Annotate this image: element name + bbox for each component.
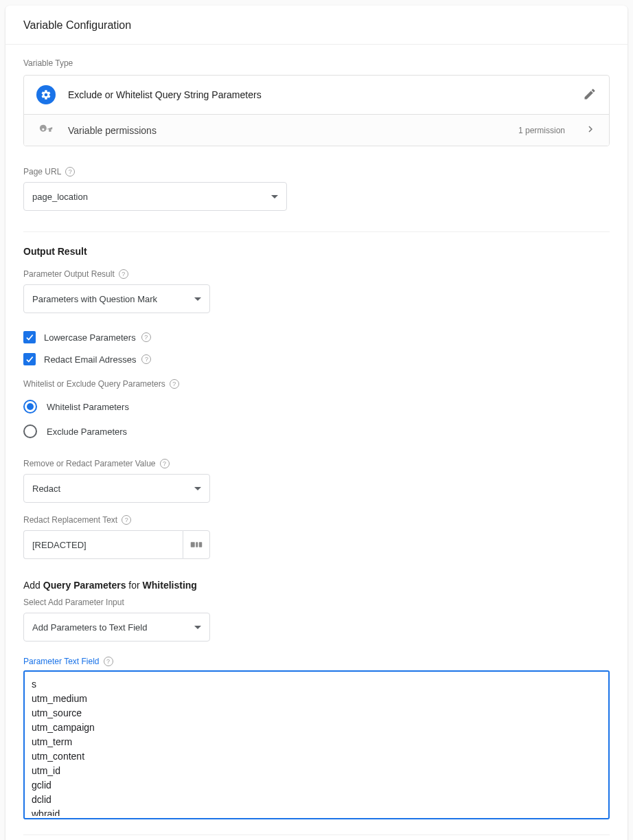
select-add-input-label: Select Add Parameter Input bbox=[23, 598, 610, 607]
card-body: Variable Type Exclude or Whitelist Query… bbox=[5, 45, 628, 840]
caret-down-icon bbox=[194, 626, 201, 629]
help-icon[interactable]: ? bbox=[65, 167, 75, 177]
variable-permissions-label: Variable permissions bbox=[68, 125, 506, 136]
caret-down-icon bbox=[194, 487, 201, 490]
chevron-right-icon bbox=[584, 123, 597, 137]
whitelist-exclude-label: Whitelist or Exclude Query Parameters ? bbox=[23, 379, 610, 389]
select-add-input[interactable]: Add Parameters to Text Field bbox=[23, 613, 210, 642]
lowercase-label: Lowercase Parameters ? bbox=[44, 332, 151, 343]
param-output-value: Parameters with Question Mark bbox=[32, 294, 157, 304]
lowercase-checkbox[interactable] bbox=[23, 331, 36, 343]
help-icon[interactable]: ? bbox=[104, 657, 113, 666]
exclude-radio[interactable] bbox=[23, 424, 37, 438]
caret-down-icon bbox=[194, 297, 201, 301]
variable-permissions-row[interactable]: Variable permissions 1 permission bbox=[24, 114, 609, 146]
whitelist-radio[interactable] bbox=[23, 400, 37, 413]
help-icon[interactable]: ? bbox=[160, 459, 170, 468]
svg-rect-1 bbox=[196, 542, 198, 547]
divider bbox=[23, 835, 610, 835]
caret-down-icon bbox=[271, 195, 278, 198]
page-url-label: Page URL ? bbox=[23, 167, 610, 177]
redact-text-label: Redact Replacement Text ? bbox=[23, 515, 610, 525]
svg-rect-0 bbox=[191, 542, 195, 547]
redact-email-checkbox[interactable] bbox=[23, 353, 36, 365]
remove-redact-label: Remove or Redact Parameter Value ? bbox=[23, 459, 610, 468]
parameter-textarea-wrap bbox=[23, 670, 610, 819]
key-icon bbox=[36, 124, 56, 137]
add-params-title: Add Query Parameters for Whitelisting bbox=[23, 580, 610, 591]
remove-redact-value: Redact bbox=[32, 484, 60, 494]
output-result-title: Output Result bbox=[23, 246, 610, 257]
page-url-select[interactable]: page_location bbox=[23, 182, 287, 211]
exclude-radio-label: Exclude Parameters bbox=[47, 427, 127, 437]
divider bbox=[23, 231, 610, 232]
remove-redact-select[interactable]: Redact bbox=[23, 474, 210, 503]
whitelist-radio-label: Whitelist Parameters bbox=[47, 402, 129, 412]
variable-type-label: Variable Type bbox=[23, 58, 610, 68]
edit-icon[interactable] bbox=[583, 87, 597, 103]
help-icon[interactable]: ? bbox=[119, 269, 128, 279]
help-icon[interactable]: ? bbox=[141, 354, 151, 364]
param-output-select[interactable]: Parameters with Question Mark bbox=[23, 284, 210, 313]
parameter-textarea[interactable] bbox=[25, 672, 608, 816]
redact-text-input[interactable] bbox=[23, 530, 183, 559]
svg-rect-2 bbox=[199, 542, 203, 547]
help-icon[interactable]: ? bbox=[170, 379, 179, 389]
variable-type-name: Exclude or Whitelist Query String Parame… bbox=[68, 89, 571, 100]
variable-type-box: Exclude or Whitelist Query String Parame… bbox=[23, 75, 610, 146]
redact-text-input-group bbox=[23, 530, 210, 559]
redact-email-label: Redact Email Adresses ? bbox=[44, 354, 151, 365]
gear-icon bbox=[36, 85, 56, 104]
page-url-value: page_location bbox=[32, 192, 88, 202]
card-title: Variable Configuration bbox=[5, 5, 628, 45]
variable-picker-button[interactable] bbox=[183, 530, 210, 559]
parameter-text-label: Parameter Text Field ? bbox=[23, 657, 610, 666]
select-add-input-value: Add Parameters to Text Field bbox=[32, 622, 147, 633]
param-output-label: Parameter Output Result ? bbox=[23, 269, 610, 279]
help-icon[interactable]: ? bbox=[122, 515, 131, 525]
variable-config-card: Variable Configuration Variable Type Exc… bbox=[5, 5, 628, 840]
variable-type-row[interactable]: Exclude or Whitelist Query String Parame… bbox=[24, 76, 609, 114]
permission-count: 1 permission bbox=[518, 126, 565, 135]
help-icon[interactable]: ? bbox=[141, 332, 151, 342]
